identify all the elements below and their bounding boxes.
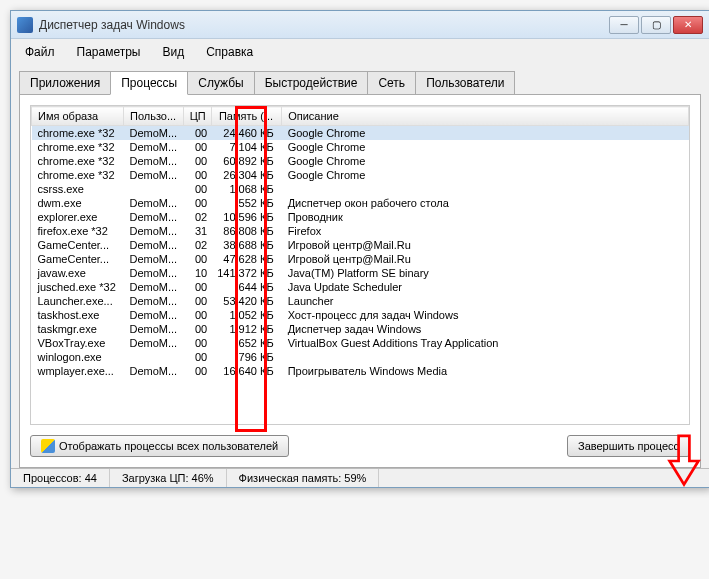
tab-processes[interactable]: Процессы bbox=[110, 71, 188, 95]
table-row[interactable]: jusched.exe *32DemoM...00644 КБJava Upda… bbox=[32, 280, 689, 294]
cell-name: chrome.exe *32 bbox=[32, 126, 124, 141]
cell-user: DemoM... bbox=[124, 140, 184, 154]
cell-cpu: 00 bbox=[183, 252, 211, 266]
table-row[interactable]: chrome.exe *32DemoM...007 104 КБGoogle C… bbox=[32, 140, 689, 154]
cell-cpu: 00 bbox=[183, 336, 211, 350]
cell-desc bbox=[282, 182, 689, 196]
cell-mem: 141 372 КБ bbox=[211, 266, 281, 280]
table-row[interactable]: chrome.exe *32DemoM...0026 304 КБGoogle … bbox=[32, 168, 689, 182]
tab-panel: Имя образа Пользо... ЦП Память (... Опис… bbox=[19, 94, 701, 468]
close-button[interactable]: ✕ bbox=[673, 16, 703, 34]
table-row[interactable]: winlogon.exe00796 КБ bbox=[32, 350, 689, 364]
cell-mem: 24 460 КБ bbox=[211, 126, 281, 141]
table-row[interactable]: VBoxTray.exeDemoM...00652 КБVirtualBox G… bbox=[32, 336, 689, 350]
cell-user: DemoM... bbox=[124, 252, 184, 266]
show-all-label: Отображать процессы всех пользователей bbox=[59, 440, 278, 452]
menu-options[interactable]: Параметры bbox=[73, 43, 145, 61]
tab-users[interactable]: Пользователи bbox=[415, 71, 515, 94]
cell-name: jusched.exe *32 bbox=[32, 280, 124, 294]
cell-name: chrome.exe *32 bbox=[32, 140, 124, 154]
cell-user: DemoM... bbox=[124, 266, 184, 280]
minimize-button[interactable]: ─ bbox=[609, 16, 639, 34]
cell-desc: Проводник bbox=[282, 210, 689, 224]
process-table-container[interactable]: Имя образа Пользо... ЦП Память (... Опис… bbox=[30, 105, 690, 425]
cell-name: Launcher.exe... bbox=[32, 294, 124, 308]
col-header-cpu[interactable]: ЦП bbox=[183, 107, 211, 126]
cell-cpu: 10 bbox=[183, 266, 211, 280]
cell-name: GameCenter... bbox=[32, 238, 124, 252]
cell-name: chrome.exe *32 bbox=[32, 154, 124, 168]
col-header-desc[interactable]: Описание bbox=[282, 107, 689, 126]
table-row[interactable]: GameCenter...DemoM...0238 688 КБИгровой … bbox=[32, 238, 689, 252]
cell-desc: Игровой центр@Mail.Ru bbox=[282, 238, 689, 252]
maximize-button[interactable]: ▢ bbox=[641, 16, 671, 34]
cell-desc: Google Chrome bbox=[282, 168, 689, 182]
cell-user: DemoM... bbox=[124, 280, 184, 294]
table-row[interactable]: Launcher.exe...DemoM...0053 420 КБLaunch… bbox=[32, 294, 689, 308]
cell-desc: Проигрыватель Windows Media bbox=[282, 364, 689, 378]
cell-desc: Google Chrome bbox=[282, 154, 689, 168]
menubar: Файл Параметры Вид Справка bbox=[11, 39, 709, 65]
cell-name: firefox.exe *32 bbox=[32, 224, 124, 238]
cell-mem: 16 640 КБ bbox=[211, 364, 281, 378]
menu-help[interactable]: Справка bbox=[202, 43, 257, 61]
cell-cpu: 00 bbox=[183, 168, 211, 182]
col-header-mem[interactable]: Память (... bbox=[211, 107, 281, 126]
table-row[interactable]: wmplayer.exe...DemoM...0016 640 КБПроигр… bbox=[32, 364, 689, 378]
table-row[interactable]: taskhost.exeDemoM...001 052 КБХост-проце… bbox=[32, 308, 689, 322]
tab-network[interactable]: Сеть bbox=[367, 71, 416, 94]
cell-user: DemoM... bbox=[124, 224, 184, 238]
cell-mem: 10 596 КБ bbox=[211, 210, 281, 224]
table-row[interactable]: chrome.exe *32DemoM...0024 460 КБGoogle … bbox=[32, 126, 689, 141]
tab-applications[interactable]: Приложения bbox=[19, 71, 111, 94]
tab-services[interactable]: Службы bbox=[187, 71, 254, 94]
col-header-user[interactable]: Пользо... bbox=[124, 107, 184, 126]
cell-user: DemoM... bbox=[124, 322, 184, 336]
cell-name: dwm.exe bbox=[32, 196, 124, 210]
table-row[interactable]: firefox.exe *32DemoM...3186 808 КБFirefo… bbox=[32, 224, 689, 238]
cell-mem: 60 892 КБ bbox=[211, 154, 281, 168]
table-row[interactable]: GameCenter...DemoM...0047 628 КБИгровой … bbox=[32, 252, 689, 266]
table-row[interactable]: javaw.exeDemoM...10141 372 КБJava(TM) Pl… bbox=[32, 266, 689, 280]
cell-user bbox=[124, 350, 184, 364]
cell-mem: 1 052 КБ bbox=[211, 308, 281, 322]
cell-mem: 53 420 КБ bbox=[211, 294, 281, 308]
cell-user: DemoM... bbox=[124, 336, 184, 350]
table-row[interactable]: explorer.exeDemoM...0210 596 КБПроводник bbox=[32, 210, 689, 224]
cell-desc: Java Update Scheduler bbox=[282, 280, 689, 294]
menu-file[interactable]: Файл bbox=[21, 43, 59, 61]
cell-desc: Диспетчер окон рабочего стола bbox=[282, 196, 689, 210]
cell-user: DemoM... bbox=[124, 154, 184, 168]
tab-strip: Приложения Процессы Службы Быстродействи… bbox=[19, 71, 701, 94]
cell-user: DemoM... bbox=[124, 126, 184, 141]
cell-cpu: 00 bbox=[183, 280, 211, 294]
col-header-name[interactable]: Имя образа bbox=[32, 107, 124, 126]
cell-desc: Google Chrome bbox=[282, 140, 689, 154]
cell-cpu: 02 bbox=[183, 210, 211, 224]
cell-cpu: 02 bbox=[183, 238, 211, 252]
cell-user: DemoM... bbox=[124, 294, 184, 308]
cell-name: GameCenter... bbox=[32, 252, 124, 266]
tab-performance[interactable]: Быстродействие bbox=[254, 71, 369, 94]
show-all-users-button[interactable]: Отображать процессы всех пользователей bbox=[30, 435, 289, 457]
cell-mem: 47 628 КБ bbox=[211, 252, 281, 266]
end-process-button[interactable]: Завершить процесс bbox=[567, 435, 690, 457]
cell-name: javaw.exe bbox=[32, 266, 124, 280]
cell-cpu: 00 bbox=[183, 126, 211, 141]
cell-user: DemoM... bbox=[124, 364, 184, 378]
cell-user: DemoM... bbox=[124, 238, 184, 252]
menu-view[interactable]: Вид bbox=[158, 43, 188, 61]
status-cpu: Загрузка ЦП: 46% bbox=[110, 469, 227, 487]
table-row[interactable]: csrss.exe001 068 КБ bbox=[32, 182, 689, 196]
cell-mem: 552 КБ bbox=[211, 196, 281, 210]
table-row[interactable]: dwm.exeDemoM...00552 КБДиспетчер окон ра… bbox=[32, 196, 689, 210]
cell-name: taskhost.exe bbox=[32, 308, 124, 322]
end-process-label: Завершить процесс bbox=[578, 440, 679, 452]
cell-cpu: 00 bbox=[183, 196, 211, 210]
cell-cpu: 00 bbox=[183, 182, 211, 196]
titlebar[interactable]: Диспетчер задач Windows ─ ▢ ✕ bbox=[11, 11, 709, 39]
cell-desc bbox=[282, 350, 689, 364]
cell-cpu: 00 bbox=[183, 294, 211, 308]
table-row[interactable]: chrome.exe *32DemoM...0060 892 КБGoogle … bbox=[32, 154, 689, 168]
table-row[interactable]: taskmgr.exeDemoM...001 912 КБДиспетчер з… bbox=[32, 322, 689, 336]
